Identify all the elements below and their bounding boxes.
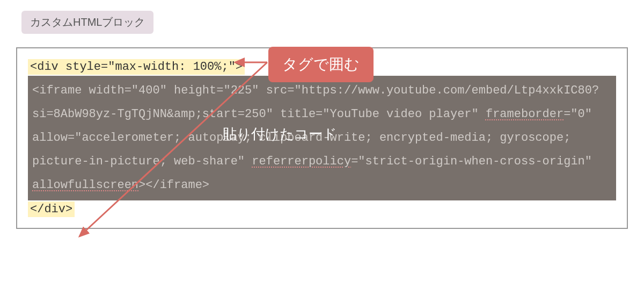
- callout-tag-wrap: タグで囲む: [268, 47, 374, 82]
- iframe-attr-referrerpolicy: referrerpolicy: [252, 155, 351, 168]
- iframe-attr-allowfullscreen: allowfullscreen: [32, 178, 138, 192]
- iframe-attr-frameborder: frameborder: [486, 107, 564, 121]
- callout-pasted-code: 貼り付けたコード: [223, 125, 337, 143]
- highlight-close-tag: </div>: [28, 202, 75, 217]
- callout-tag-wrap-text: タグで囲む: [282, 54, 360, 75]
- iframe-code-part4: ></iframe>: [138, 178, 209, 192]
- iframe-code-part3: ="strict-origin-when-cross-origin": [351, 155, 592, 168]
- highlight-open-tag: <div style="max-width: 100%;">: [28, 59, 245, 75]
- block-type-label: カスタムHTMLブロック: [21, 11, 153, 34]
